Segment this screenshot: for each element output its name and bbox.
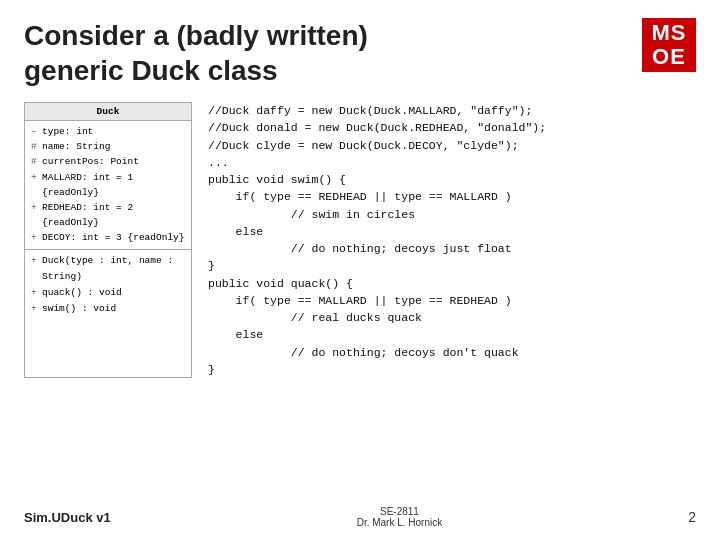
uml-methods: + Duck(type : int, name : String) + quac…	[25, 250, 191, 321]
uml-field-row: + DECOY: int = 3 {readOnly}	[31, 230, 185, 245]
uml-vis: -	[31, 124, 39, 139]
uml-vis: +	[31, 230, 39, 245]
code-line: else	[208, 326, 696, 343]
uml-vis: +	[31, 200, 39, 230]
code-line: else	[208, 223, 696, 240]
uml-field-row: + MALLARD: int = 1 {readOnly}	[31, 170, 185, 200]
code-line: }	[208, 361, 696, 378]
code-line: }	[208, 257, 696, 274]
uml-vis: +	[31, 301, 39, 317]
code-line: if( type == REDHEAD || type == MALLARD )	[208, 188, 696, 205]
footer-course: SE-2811	[357, 506, 443, 517]
uml-vis: +	[31, 170, 39, 200]
content-area: Duck - type: int # name: String # curren…	[0, 98, 720, 378]
title-area: Consider a (badly written) generic Duck …	[0, 0, 720, 98]
msoe-logo: MSOE	[642, 18, 696, 72]
uml-method-text: swim() : void	[42, 301, 116, 317]
code-line: if( type == MALLARD || type == REDHEAD )	[208, 292, 696, 309]
code-line: //Duck donald = new Duck(Duck.REDHEAD, "…	[208, 119, 696, 136]
uml-vis: +	[31, 285, 39, 301]
code-line: // do nothing; decoys just float	[208, 240, 696, 257]
uml-class-name: Duck	[25, 103, 191, 121]
uml-method-text: quack() : void	[42, 285, 122, 301]
title-line1: Consider a (badly written)	[24, 20, 368, 51]
code-line: public void swim() {	[208, 171, 696, 188]
uml-field-text: REDHEAD: int = 2 {readOnly}	[42, 200, 185, 230]
code-panel: //Duck daffy = new Duck(Duck.MALLARD, "d…	[208, 102, 696, 378]
footer-left: Sim.UDuck v1	[24, 510, 111, 525]
uml-field-text: currentPos: Point	[42, 154, 139, 169]
code-line: // do nothing; decoys don't quack	[208, 344, 696, 361]
uml-field-text: type: int	[42, 124, 93, 139]
uml-vis: +	[31, 253, 39, 285]
uml-method-row: + quack() : void	[31, 285, 185, 301]
uml-method-row: + Duck(type : int, name : String)	[31, 253, 185, 285]
uml-field-text: DECOY: int = 3 {readOnly}	[42, 230, 185, 245]
code-line: ...	[208, 154, 696, 171]
code-line: // real ducks quack	[208, 309, 696, 326]
logo-text: MSOE	[652, 21, 687, 69]
uml-diagram: Duck - type: int # name: String # curren…	[24, 102, 192, 378]
title-line2: generic Duck class	[24, 55, 278, 86]
uml-fields: - type: int # name: String # currentPos:…	[25, 121, 191, 250]
uml-field-row: # name: String	[31, 139, 185, 154]
footer-page-number: 2	[688, 509, 696, 525]
uml-vis: #	[31, 154, 39, 169]
footer: Sim.UDuck v1 SE-2811 Dr. Mark L. Hornick…	[0, 506, 720, 528]
code-line: //Duck daffy = new Duck(Duck.MALLARD, "d…	[208, 102, 696, 119]
main-title: Consider a (badly written) generic Duck …	[24, 18, 368, 88]
uml-field-text: name: String	[42, 139, 110, 154]
uml-field-row: - type: int	[31, 124, 185, 139]
code-line: // swim in circles	[208, 206, 696, 223]
uml-vis: #	[31, 139, 39, 154]
footer-center: SE-2811 Dr. Mark L. Hornick	[357, 506, 443, 528]
footer-instructor: Dr. Mark L. Hornick	[357, 517, 443, 528]
uml-method-row: + swim() : void	[31, 301, 185, 317]
uml-field-row: # currentPos: Point	[31, 154, 185, 169]
uml-field-row: + REDHEAD: int = 2 {readOnly}	[31, 200, 185, 230]
uml-method-text: Duck(type : int, name : String)	[42, 253, 185, 285]
uml-field-text: MALLARD: int = 1 {readOnly}	[42, 170, 185, 200]
code-line: public void quack() {	[208, 275, 696, 292]
code-line: //Duck clyde = new Duck(Duck.DECOY, "cly…	[208, 137, 696, 154]
